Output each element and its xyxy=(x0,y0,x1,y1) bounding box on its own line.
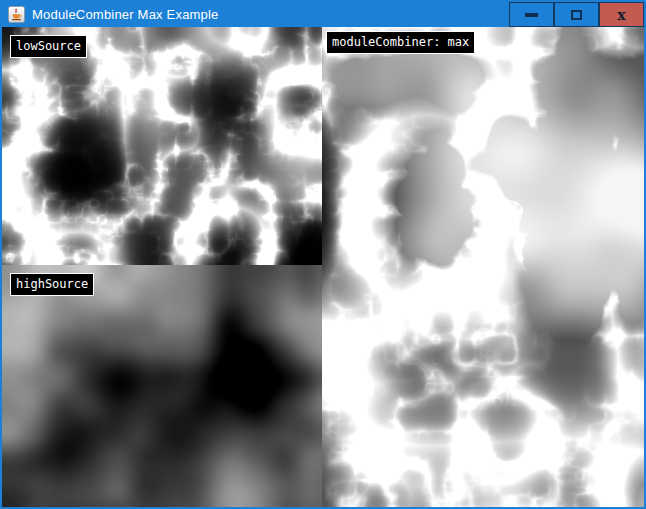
module-combiner-label: moduleCombiner: max xyxy=(326,31,475,54)
high-source-panel: highSource xyxy=(2,265,322,507)
close-button[interactable]: x xyxy=(599,2,644,27)
module-combiner-texture xyxy=(322,27,644,507)
maximize-button[interactable] xyxy=(554,2,599,27)
title-bar[interactable]: ModuleCombiner Max Example x xyxy=(2,2,644,27)
window-controls: x xyxy=(509,2,644,27)
low-source-texture xyxy=(2,27,322,265)
low-source-panel: lowSource xyxy=(2,27,322,265)
app-window: ModuleCombiner Max Example x lowSource h… xyxy=(0,0,646,509)
low-source-label: lowSource xyxy=(10,35,87,58)
window-title: ModuleCombiner Max Example xyxy=(32,7,219,22)
render-area: lowSource highSource moduleCombiner: max xyxy=(2,27,644,507)
high-source-label: highSource xyxy=(10,273,94,296)
high-source-texture xyxy=(2,265,322,507)
minimize-icon xyxy=(525,13,538,17)
close-icon: x xyxy=(617,8,625,22)
java-app-icon[interactable] xyxy=(8,6,25,23)
minimize-button[interactable] xyxy=(509,2,554,27)
maximize-icon xyxy=(571,10,582,20)
module-combiner-panel: moduleCombiner: max xyxy=(322,27,644,507)
